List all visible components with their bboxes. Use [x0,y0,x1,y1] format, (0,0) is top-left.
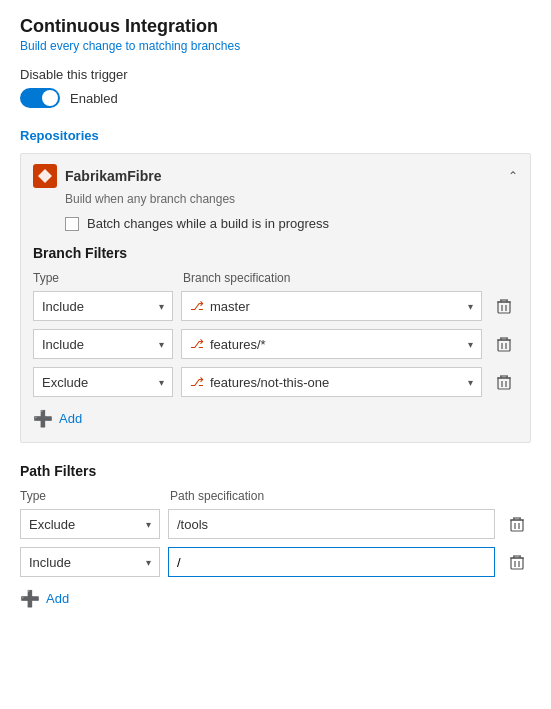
path-filter-row-0: Exclude ▾ /tools [20,509,531,539]
branch-add-icon: ➕ [33,409,53,428]
branch-spec-value-0: master [210,299,462,314]
branch-spec-chevron-2: ▾ [468,377,473,388]
path-filter-row-1: Include ▾ [20,547,531,577]
svg-rect-15 [498,378,510,389]
path-delete-btn-1[interactable] [503,548,531,576]
branch-spec-value-2: features/not-this-one [210,375,462,390]
branch-type-value-2: Exclude [42,375,159,390]
branch-filters-title: Branch Filters [33,245,518,261]
branch-type-dropdown-0[interactable]: Include ▾ [33,291,173,321]
branch-type-chevron-1: ▾ [159,339,164,350]
path-type-chevron-1: ▾ [146,557,151,568]
repo-icon [33,164,57,188]
branch-spec-col-header: Branch specification [183,271,518,285]
svg-marker-0 [38,169,52,183]
branch-type-value-0: Include [42,299,159,314]
branch-type-chevron-2: ▾ [159,377,164,388]
repo-name: FabrikamFibre [65,168,500,184]
disable-trigger-label: Disable this trigger [20,67,531,82]
path-add-icon: ➕ [20,589,40,608]
branch-filter-row-2: Exclude ▾ ⎇ features/not-this-one ▾ [33,367,518,397]
branch-spec-chevron-1: ▾ [468,339,473,350]
svg-rect-22 [511,520,523,531]
branch-filter-row-0: Include ▾ ⎇ master ▾ [33,291,518,321]
svg-rect-8 [498,340,510,351]
path-spec-col-header: Path specification [170,489,531,503]
branch-type-dropdown-2[interactable]: Exclude ▾ [33,367,173,397]
branch-type-col-header: Type [33,271,173,285]
enabled-toggle[interactable] [20,88,60,108]
branch-spec-dropdown-1[interactable]: ⎇ features/* ▾ [181,329,482,359]
path-spec-input-1[interactable] [168,547,495,577]
path-delete-btn-0[interactable] [503,510,531,538]
branch-delete-btn-1[interactable] [490,330,518,358]
path-add-button[interactable]: ➕ Add [20,585,69,612]
page-subtitle: Build every change to matching branches [20,39,531,53]
branch-type-value-1: Include [42,337,159,352]
repo-collapse-chevron[interactable]: ⌃ [508,169,518,183]
branch-spec-icon-0: ⎇ [190,299,204,313]
path-type-value-1: Include [29,555,146,570]
branch-spec-icon-1: ⎇ [190,337,204,351]
branch-type-dropdown-1[interactable]: Include ▾ [33,329,173,359]
toggle-knob [42,90,58,106]
repositories-section-title: Repositories [20,128,531,143]
batch-label: Batch changes while a build is in progre… [87,216,329,231]
path-spec-value-0: /tools [177,517,486,532]
path-type-value-0: Exclude [29,517,146,532]
toggle-label: Enabled [70,91,118,106]
branch-delete-btn-0[interactable] [490,292,518,320]
branch-spec-value-1: features/* [210,337,462,352]
svg-rect-1 [498,302,510,313]
path-filters-title: Path Filters [20,463,531,479]
path-type-col-header: Type [20,489,160,503]
branch-spec-dropdown-0[interactable]: ⎇ master ▾ [181,291,482,321]
path-spec-field-0: /tools [168,509,495,539]
branch-type-chevron-0: ▾ [159,301,164,312]
batch-checkbox[interactable] [65,217,79,231]
branch-delete-btn-2[interactable] [490,368,518,396]
svg-rect-29 [511,558,523,569]
path-type-dropdown-0[interactable]: Exclude ▾ [20,509,160,539]
branch-spec-icon-2: ⎇ [190,375,204,389]
branch-filter-row-1: Include ▾ ⎇ features/* ▾ [33,329,518,359]
repo-description: Build when any branch changes [65,192,518,206]
branch-add-label: Add [59,411,82,426]
branch-spec-chevron-0: ▾ [468,301,473,312]
path-add-label: Add [46,591,69,606]
branch-add-button[interactable]: ➕ Add [33,405,82,432]
page-title: Continuous Integration [20,16,531,37]
path-type-dropdown-1[interactable]: Include ▾ [20,547,160,577]
branch-spec-dropdown-2[interactable]: ⎇ features/not-this-one ▾ [181,367,482,397]
path-type-chevron-0: ▾ [146,519,151,530]
